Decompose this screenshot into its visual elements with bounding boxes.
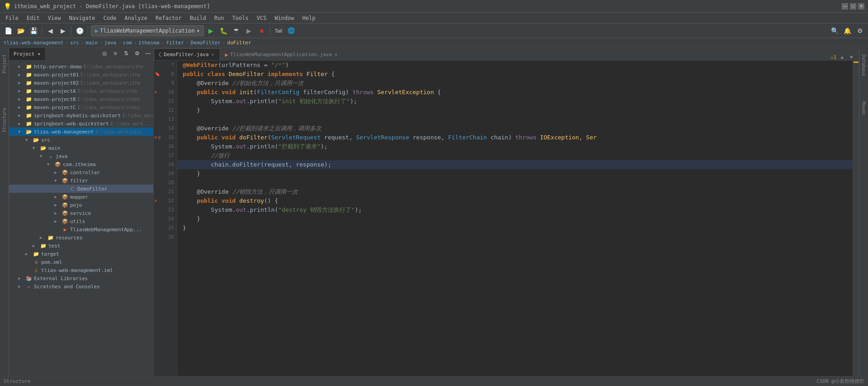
tree-item-mapper[interactable]: ▶ 📦 mapper (9, 193, 153, 201)
tree-settings-button[interactable]: ⚙ (132, 48, 142, 59)
tree-item-test[interactable]: ▶ 📁 test (9, 242, 153, 250)
coverage-button[interactable]: ☂ (231, 25, 242, 36)
tree-item-external-libs[interactable]: ▶ 📚 External Libraries (9, 274, 153, 282)
structure-panel-label[interactable]: Structure (4, 378, 31, 384)
tree-item-tlias-web[interactable]: ▼ 📂 tlias-web-management E:\idea_workspa… (9, 128, 153, 136)
tab-close-button[interactable]: × (211, 52, 215, 57)
menu-window[interactable]: Window (271, 14, 297, 22)
database-panel-label[interactable]: Database (860, 52, 867, 79)
run-config-dropdown[interactable]: ▶ TliasWebManagementApplication ▾ (91, 25, 204, 36)
expand-arrow: ▼ (18, 129, 25, 134)
run-button[interactable]: ▶ (206, 25, 217, 36)
tree-item-pom[interactable]: m pom.xml (9, 258, 153, 266)
menu-file[interactable]: File (2, 14, 22, 22)
save-button[interactable]: 💾 (28, 25, 39, 36)
tree-item-filter[interactable]: ▼ 📦 filter (9, 176, 153, 185)
tree-item-springboot-web[interactable]: ▶ 📁 springboot-web-quickstart E:\idea_wo… (9, 119, 153, 128)
tree-sort-button[interactable]: ⇅ (121, 48, 132, 59)
tree-item-pojo[interactable]: ▶ 📦 pojo (9, 201, 153, 209)
translate-button[interactable]: 🌐 (286, 25, 297, 36)
search-button[interactable]: 🔍 (829, 25, 840, 36)
menu-analyze[interactable]: Analyze (121, 14, 151, 22)
tab-tlias-app[interactable]: ▶ TliasWebManagementApplication.java × (220, 48, 343, 60)
breadcrumb-dofilter[interactable]: doFilter (227, 40, 251, 46)
prev-warning-button[interactable]: ▲ (838, 54, 846, 60)
project-sidebar-label[interactable]: Project (1, 52, 8, 76)
breadcrumb-main[interactable]: main (86, 40, 98, 46)
tree-item-maven-projectb[interactable]: ▶ 📁 maven-projectB E:\idea_workspace\ith… (9, 95, 153, 103)
tree-item-maven-projecta[interactable]: ▶ 📁 maven-projectA E:\idea_workspace\ith… (9, 87, 153, 95)
menu-navigate[interactable]: Navigate (66, 14, 99, 22)
tree-label: com.itheima (63, 162, 96, 167)
tab-close-button[interactable]: × (334, 52, 338, 57)
notifications-button[interactable]: 🔔 (842, 25, 853, 36)
menu-tools[interactable]: Tools (229, 14, 252, 22)
tree-item-controller[interactable]: ▶ 📦 controller (9, 168, 153, 176)
expand-arrow: ▶ (18, 121, 25, 126)
menu-code[interactable]: Code (100, 14, 120, 22)
param-response: response, (413, 133, 448, 142)
tree-item-demofilter[interactable]: C DemoFilter (9, 185, 153, 193)
string-literal: "/*" (271, 61, 285, 70)
menu-view[interactable]: View (44, 14, 65, 22)
sort-button[interactable]: ≡ (110, 48, 121, 59)
project-tab[interactable]: Project ▾ (9, 48, 46, 60)
forward-button[interactable]: ▶ (57, 25, 68, 36)
tree-item-scratches[interactable]: ▶ ✏ Scratches and Consoles (9, 282, 153, 291)
menu-vcs[interactable]: VCS (253, 14, 270, 22)
tree-item-utils[interactable]: ▶ 📦 utils (9, 217, 153, 225)
tree-item-http-server-demo[interactable]: ▶ 📁 http-server-demo E:\idea_workspace\i… (9, 62, 153, 71)
tree-item-springboot-mybatis[interactable]: ▶ 📁 springboot-mybatis-quickstart E:\ide… (9, 111, 153, 119)
menu-build[interactable]: Build (186, 14, 210, 22)
tree-item-target[interactable]: ▶ 📁 target (9, 250, 153, 258)
collapse-button[interactable]: — (142, 48, 153, 59)
back-button[interactable]: ◀ (45, 25, 56, 36)
dot-println: .println( (246, 97, 278, 106)
menu-run[interactable]: Run (211, 14, 228, 22)
tree-item-resources[interactable]: ▶ 📁 resources (9, 234, 153, 242)
minimize-button[interactable]: — (842, 3, 848, 10)
stop-button[interactable]: ■ (256, 25, 267, 36)
close-button[interactable]: ✕ (858, 3, 864, 10)
breadcrumb-com[interactable]: com (123, 40, 132, 46)
settings-button[interactable]: ⚙ (854, 25, 865, 36)
tree-item-main[interactable]: ▼ 📂 main (9, 144, 153, 152)
tree-label: maven-project01 (34, 72, 79, 78)
tab-demofilter[interactable]: C DemoFilter.java × (154, 48, 220, 60)
profile-button[interactable]: ▶ (244, 25, 255, 36)
tree-item-java[interactable]: ▼ ☕ java (9, 152, 153, 160)
tree-item-service[interactable]: ▶ 📦 service (9, 209, 153, 217)
tree-item-maven-project01[interactable]: ▶ 📁 maven-project01 E:\idea_workspace\it… (9, 71, 153, 79)
menu-edit[interactable]: Edit (23, 14, 43, 22)
expand-arrow: ▼ (47, 162, 54, 167)
recent-files-button[interactable]: 🕐 (74, 25, 85, 36)
override-ann-2: @Override (183, 124, 232, 133)
tree-item-maven-projectc[interactable]: ▶ 📁 maven-projectC E:\idea_workspace\ith… (9, 103, 153, 111)
code-editor-main: 7 🔖 8 9 ● 10 11 12 13 14 ● @ 15 (154, 61, 859, 376)
breadcrumb-itheima[interactable]: itheima (138, 40, 159, 46)
maximize-button[interactable]: □ (850, 3, 856, 10)
structure-sidebar-label[interactable]: Structure (1, 105, 8, 135)
package-icon: 📦 (54, 161, 61, 168)
menu-help[interactable]: Help (299, 14, 319, 22)
breadcrumb-java[interactable]: java (104, 40, 117, 46)
new-file-button[interactable]: 📄 (3, 25, 14, 36)
debug-button[interactable]: 🐛 (218, 25, 229, 36)
code-line-24: } (177, 214, 853, 224)
code-content[interactable]: @WebFilter(urlPatterns = "/*") public cl… (177, 61, 853, 376)
breadcrumb-project[interactable]: tlias-web-management (4, 40, 63, 46)
tree-item-tlias-app[interactable]: ▶ TliasWebManagementApp... (9, 225, 153, 234)
tree-item-src[interactable]: ▼ 📂 src (9, 136, 153, 144)
tail-button[interactable]: Tail (273, 25, 284, 36)
locate-button[interactable]: ◎ (99, 48, 110, 59)
maven-panel-label[interactable]: Maven (860, 99, 867, 118)
open-button[interactable]: 📂 (15, 25, 26, 36)
breadcrumb-filter[interactable]: filter (166, 40, 184, 46)
tree-item-iml[interactable]: i tlias-web-management.iml (9, 266, 153, 274)
next-warning-button[interactable]: ▼ (848, 54, 855, 60)
breadcrumb-demofilter[interactable]: DemoFilter (191, 40, 221, 46)
tree-item-com-itheima[interactable]: ▼ 📦 com.itheima (9, 160, 153, 168)
tree-item-maven-project02[interactable]: ▶ 📁 maven-project02 E:\idea_workspace\it… (9, 79, 153, 87)
breadcrumb-src[interactable]: src (70, 40, 79, 46)
menu-refactor[interactable]: Refactor (152, 14, 185, 22)
